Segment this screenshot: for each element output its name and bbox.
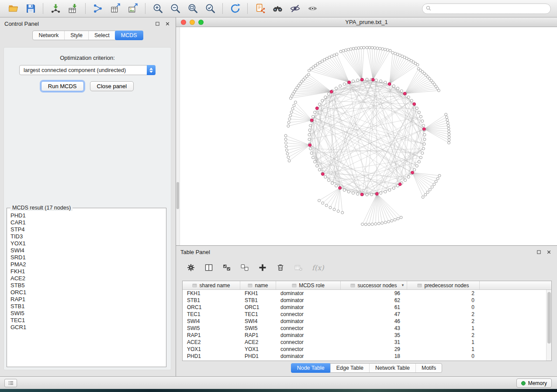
style-button[interactable] [286,2,304,16]
table-row[interactable]: PHD1PHD1dominator180 [183,353,551,360]
import-table-disabled-button[interactable] [294,263,303,272]
zoom-fit-button[interactable] [184,2,201,16]
table-cell: dominator [276,297,341,304]
float-table-panel-icon[interactable] [536,249,543,255]
sort-caret-icon[interactable]: ▼ [401,283,405,287]
table-scrollbar[interactable] [546,290,551,361]
table-scrollbar-thumb[interactable] [547,292,551,344]
table-row[interactable]: SWI5SWI5connector431 [183,325,551,332]
close-panel-button[interactable]: Close panel [90,81,134,91]
mcds-result-item[interactable]: RAP1 [7,296,166,303]
eye-button[interactable] [304,2,321,16]
import-table-button[interactable] [64,2,82,16]
split-panel-button[interactable] [204,263,213,272]
zoom-selected-button[interactable] [201,2,219,16]
mcds-result-item[interactable]: STB5 [7,282,166,289]
mcds-result-item[interactable]: SWI4 [7,247,166,254]
column-header-successor-nodes[interactable]: successor nodes▼ [341,281,407,289]
tab-motifs[interactable]: Motifs [415,364,442,372]
maximize-window-icon[interactable] [198,20,204,25]
delete-button[interactable] [276,263,285,272]
table-row[interactable]: SWI4SWI4dominator462 [183,318,551,325]
criterion-dropdown[interactable]: largest connected component (undirected) [19,65,156,75]
table-row[interactable]: RAP1RAP1dominator352 [183,332,551,339]
minimize-window-icon[interactable] [190,20,195,25]
table-row[interactable]: FKH1FKH1dominator962 [183,290,551,297]
close-panel-icon[interactable] [165,21,171,27]
column-header-name[interactable]: name [240,281,276,289]
mcds-result-item[interactable]: FKH1 [7,268,166,275]
mcds-result-item[interactable]: ORC1 [7,289,166,296]
network-scrollbar-thumb[interactable] [176,182,179,209]
float-panel-icon[interactable] [155,21,161,27]
mcds-result-item[interactable]: GCR1 [7,324,166,331]
network-graph[interactable] [176,27,557,245]
open-folder-button[interactable] [4,2,22,16]
column-header-label: shared name [199,282,230,289]
table-cell: 2 [407,332,480,339]
export-network-button[interactable] [89,2,107,16]
table-row[interactable]: YOX1YOX1connector291 [183,346,551,353]
mcds-result-item[interactable]: STB1 [7,303,166,310]
mcds-result-item[interactable]: STP4 [7,226,166,233]
mcds-result-item[interactable]: PMA2 [7,261,166,268]
refresh-button[interactable] [226,2,244,16]
tab-network-table[interactable]: Network Table [369,364,415,372]
network-window-titlebar: YPA_prune.txt_1 [176,17,557,27]
mcds-result-item[interactable]: YOX1 [7,240,166,247]
control-panel-header: Control Panel [0,17,176,30]
optimization-criterion-label: Optimization criterion: [4,55,171,61]
close-window-icon[interactable] [181,20,186,25]
find-button[interactable] [269,2,286,16]
node-table: shared namenameMCDS rolesuccessor nodes▼… [182,281,552,361]
table-row[interactable]: TEC1TEC1connector472 [183,311,551,318]
share-document-button[interactable] [251,2,269,16]
fx-button[interactable]: f(x) [312,264,324,272]
deselect-all-button[interactable] [240,263,249,272]
table-row[interactable]: ORC1ORC1dominator610 [183,304,551,311]
table-row[interactable]: ACE2ACE2connector311 [183,339,551,346]
memory-button[interactable]: Memory [516,378,552,388]
tab-mcds[interactable]: MCDS [115,31,143,40]
column-header-predecessor-nodes[interactable]: predecessor nodes [407,281,480,289]
table-cell: 96 [341,290,407,297]
save-button[interactable] [22,2,39,16]
table-cell: ORC1 [183,304,240,311]
tab-network[interactable]: Network [33,31,64,40]
table-cell: 0 [407,304,480,311]
tab-style[interactable]: Style [64,31,88,40]
search-box[interactable] [422,3,551,14]
mcds-result-item[interactable]: TID3 [7,233,166,240]
panel-list-button[interactable] [4,379,17,387]
export-image-button[interactable] [124,2,142,16]
column-header-mcds-role[interactable]: MCDS role [276,281,341,289]
select-all-button[interactable] [222,263,231,272]
delete-icon [276,263,285,272]
table-cell: ORC1 [240,304,276,311]
add-button[interactable] [258,263,267,272]
search-icon [426,5,432,13]
run-mcds-button[interactable]: Run MCDS [41,81,84,91]
table-row[interactable]: STB1STB1dominator620 [183,297,551,304]
zoom-out-button[interactable] [166,2,184,16]
mcds-result-item[interactable]: CAR1 [7,219,166,226]
tab-select[interactable]: Select [88,31,115,40]
zoom-in-button[interactable] [149,2,166,16]
mcds-result-item[interactable]: SWI5 [7,310,166,317]
network-scrollbar[interactable] [176,27,180,245]
mcds-result-item[interactable]: TEC1 [7,317,166,324]
share-document-icon [255,3,266,14]
mcds-result-item[interactable]: ACE2 [7,275,166,282]
mcds-result-item[interactable]: SRD1 [7,254,166,261]
column-header-shared-name[interactable]: shared name [183,281,240,289]
tab-edge-table[interactable]: Edge Table [330,364,369,372]
search-input[interactable] [433,6,547,12]
close-table-panel-icon[interactable] [547,249,553,255]
mcds-result-item[interactable]: PHD1 [7,212,166,219]
tab-node-table[interactable]: Node Table [291,363,331,373]
network-view[interactable] [176,27,557,245]
export-table-button[interactable] [107,2,124,16]
import-network-button[interactable] [47,2,64,16]
gear-button[interactable] [187,263,195,272]
table-cell-filler [480,346,551,353]
